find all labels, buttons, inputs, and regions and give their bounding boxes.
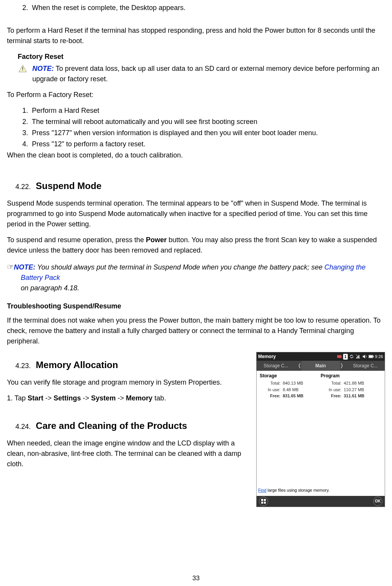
paragraph-hard-reset: To perform a Hard Reset if the terminal … bbox=[7, 25, 385, 46]
paragraph-suspend-2: To suspend and resume operation, press t… bbox=[7, 235, 385, 256]
list-item: 2. The terminal will reboot automaticall… bbox=[7, 117, 385, 127]
find-link[interactable]: Find bbox=[258, 488, 266, 492]
hand-pointer-icon: ☞ bbox=[7, 263, 14, 271]
note-box: ! NOTE: To prevent data loss, back up al… bbox=[18, 64, 385, 84]
svg-rect-12 bbox=[261, 499, 263, 501]
tab-right[interactable]: Storage C... bbox=[346, 362, 385, 369]
heading-factory-reset: Factory Reset bbox=[18, 52, 385, 62]
program-inuse: 110.27 MB bbox=[344, 387, 382, 393]
svg-rect-15 bbox=[264, 502, 266, 504]
list-item: 3. Press "1277" when version information… bbox=[7, 128, 385, 138]
list-item: 1. Perform a Hard Reset bbox=[7, 105, 385, 116]
tab-left[interactable]: Storage C... bbox=[257, 362, 295, 369]
item-number: 2. bbox=[22, 4, 28, 12]
factory-intro: To Perform a Factory Reset: bbox=[7, 90, 385, 100]
svg-rect-10 bbox=[373, 356, 374, 357]
chevron-right-icon[interactable]: 〉 bbox=[340, 362, 346, 370]
section-title: Suspend Mode bbox=[36, 181, 102, 191]
note-suspend: ☞NOTE: You should always put the termina… bbox=[7, 261, 385, 293]
list-item: 4. Press "12" to perform a factory reset… bbox=[7, 139, 385, 149]
note-label: NOTE: bbox=[14, 263, 35, 271]
clock: 9:26 bbox=[375, 353, 383, 360]
svg-text:!: ! bbox=[22, 66, 23, 72]
signal-icon bbox=[355, 354, 361, 359]
volume-icon bbox=[362, 354, 367, 359]
ok-button[interactable]: OK bbox=[373, 497, 382, 506]
heading-troubleshooting: Troubleshooting Suspend/Resume bbox=[7, 301, 385, 311]
chevron-left-icon[interactable]: 〈 bbox=[295, 362, 301, 370]
memory-screenshot: Memory 1 9:26 Storage C... 〈 Main 〉 Stor… bbox=[256, 352, 385, 507]
screenshot-titlebar: Memory 1 9:26 bbox=[257, 352, 385, 361]
program-total: 421.88 MB bbox=[344, 380, 382, 387]
battery-icon bbox=[369, 354, 374, 359]
col-head-storage: Storage bbox=[260, 372, 321, 379]
tab-main[interactable]: Main bbox=[301, 361, 340, 371]
factory-after: When the clean boot is completed, do a t… bbox=[7, 150, 385, 161]
col-head-program: Program bbox=[321, 372, 382, 379]
page-number: 33 bbox=[0, 573, 392, 583]
section-title: Memory Allocation bbox=[36, 360, 118, 370]
paragraph-suspend-1: Suspend Mode suspends terminal operation… bbox=[7, 198, 385, 229]
storage-total: 840.13 MB bbox=[283, 380, 321, 387]
warning-icon: ! bbox=[18, 65, 27, 72]
svg-rect-4 bbox=[356, 357, 357, 358]
svg-marker-8 bbox=[363, 355, 365, 358]
section-number: 4.24. bbox=[15, 423, 31, 430]
svg-rect-14 bbox=[261, 502, 263, 504]
section-number: 4.23. bbox=[15, 362, 31, 370]
program-free: 311.61 MB bbox=[344, 393, 382, 399]
signal-badge: 1 bbox=[343, 354, 348, 360]
screenshot-body: Storage Total:840.13 MB In use:8.48 MB F… bbox=[257, 371, 385, 486]
keyboard-icon bbox=[337, 354, 342, 359]
paragraph-troubleshooting: If the terminal does not wake when you p… bbox=[7, 315, 385, 347]
screenshot-tabs: Storage C... 〈 Main 〉 Storage C... bbox=[257, 361, 385, 371]
section-number: 4.22. bbox=[15, 183, 31, 191]
note-label: NOTE: bbox=[32, 65, 54, 72]
svg-rect-6 bbox=[359, 355, 359, 358]
list-item-2: 2. When the reset is complete, the Deskt… bbox=[7, 3, 385, 13]
svg-rect-13 bbox=[264, 499, 266, 501]
note-text: NOTE: To prevent data loss, back up all … bbox=[32, 64, 385, 84]
section-4-22: 4.22. Suspend Mode bbox=[7, 179, 385, 193]
screenshot-title: Memory bbox=[258, 353, 335, 360]
note-body-a: You should always put the terminal in Su… bbox=[35, 263, 324, 271]
note-body-b: on paragraph 4.18. bbox=[21, 284, 79, 292]
screenshot-footer: Find large files using storage memory. bbox=[257, 486, 385, 496]
sync-icon bbox=[349, 354, 354, 359]
svg-rect-3 bbox=[337, 355, 341, 358]
screenshot-bottombar: OK bbox=[257, 496, 385, 507]
windows-icon[interactable] bbox=[259, 497, 268, 506]
storage-free: 831.65 MB bbox=[283, 393, 321, 399]
section-title: Care and Cleaning of the Products bbox=[36, 420, 187, 431]
storage-inuse: 8.48 MB bbox=[283, 387, 321, 393]
svg-rect-11 bbox=[369, 355, 372, 357]
item-text: When the reset is complete, the Desktop … bbox=[32, 4, 185, 12]
note-body: To prevent data loss, back up all user d… bbox=[32, 65, 379, 83]
